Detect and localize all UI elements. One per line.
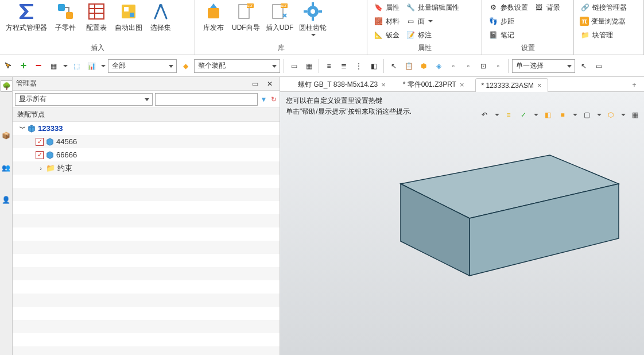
subpart-icon — [55, 1, 76, 22]
selection-set-button[interactable]: 选择集 — [146, 1, 176, 33]
tree-constraints[interactable]: › 📁 约束 — [13, 161, 280, 175]
subpart-button[interactable]: 子零件 — [51, 1, 80, 33]
lib-publish-button[interactable]: 库发布 — [199, 1, 228, 33]
right-select[interactable]: 单一选择 — [512, 59, 575, 73]
tree-root[interactable]: ﹀ 123333 — [13, 122, 280, 135]
check-icon[interactable]: ✓ — [518, 109, 529, 121]
compass-icon — [150, 1, 171, 22]
doc-tab-active[interactable]: * 123333.Z3ASM× — [475, 78, 548, 92]
new-tab-button[interactable]: + — [628, 79, 641, 91]
funnel-icon[interactable]: ▼ — [260, 93, 267, 106]
tb-btn[interactable]: ▭ — [288, 60, 300, 72]
tb-cursor[interactable]: ↖ — [387, 60, 400, 72]
strip-people-icon[interactable]: 👤 — [1, 194, 12, 206]
dotted-button[interactable]: ⬚ — [70, 60, 83, 72]
tb-btn[interactable]: ⬢ — [417, 60, 430, 72]
gear-button[interactable]: 圆柱齿轮 — [297, 1, 329, 36]
auto-drawing-button[interactable]: 自动出图 — [112, 1, 145, 33]
collapse-icon[interactable]: › — [38, 165, 44, 171]
link-manager[interactable]: 🔗链接管理器 — [580, 1, 627, 14]
strip-user-icon[interactable]: 👥 — [1, 162, 12, 173]
filter2-select[interactable]: 整个装配 — [194, 59, 280, 73]
block-manager[interactable]: 📁块管理 — [580, 29, 627, 41]
checkbox-icon[interactable]: ✓ — [36, 138, 44, 146]
box-shade-icon[interactable]: ◧ — [542, 109, 553, 121]
search-input[interactable] — [155, 93, 258, 106]
bars-button[interactable]: 📊 — [85, 60, 98, 72]
box-button[interactable]: ◆ — [179, 60, 192, 72]
var-browser[interactable]: π变量浏览器 — [580, 15, 627, 28]
grid-icon[interactable]: ▦ — [629, 109, 641, 121]
close-icon[interactable]: ✕ — [263, 78, 276, 90]
value: 单一选择 — [516, 61, 544, 71]
tb-btn[interactable]: ▦ — [302, 60, 315, 72]
doc-tab[interactable]: * 零件001.Z3PRT× — [397, 78, 471, 91]
prop-sheetmetal[interactable]: 📐钣金 — [373, 29, 399, 41]
set-notes[interactable]: 📓笔记 — [488, 29, 528, 41]
minimize-icon[interactable]: ▭ — [249, 78, 261, 90]
strip-cube-icon[interactable]: 📦 — [1, 130, 12, 141]
hex-icon[interactable]: ⬡ — [605, 109, 616, 121]
checkbox-icon[interactable]: ✓ — [36, 151, 44, 159]
chevron-down-icon — [101, 65, 106, 67]
set-bg[interactable]: 🖼背景 — [534, 1, 560, 14]
tb-btn[interactable]: ◧ — [367, 60, 380, 72]
box-solid-icon[interactable]: ■ — [557, 109, 568, 121]
params-icon: ⚙ — [488, 2, 498, 13]
3d-canvas[interactable]: 您可以在自定义设置里设置热键 单击"帮助/显示提示"按钮来取消这些提示. ↶ ≡… — [280, 92, 644, 355]
prop-annotation[interactable]: 📝标注 — [405, 29, 459, 41]
grid-button[interactable]: ▦ — [47, 60, 60, 72]
prop-material[interactable]: 🧱材料 — [373, 15, 399, 28]
chevron-down-icon — [621, 114, 626, 116]
prop-attrs[interactable]: 🔖属性 — [373, 1, 399, 14]
chevron-down-icon — [495, 114, 499, 116]
insert-udf-icon: UDF — [269, 1, 290, 22]
tb-btn[interactable]: ▭ — [592, 60, 605, 72]
label: 批量编辑属性 — [418, 3, 459, 13]
insert-udf-button[interactable]: UDF 插入UDF — [263, 1, 296, 33]
assembly-icon — [28, 125, 36, 133]
add-button[interactable]: + — [17, 60, 30, 72]
set-step[interactable]: 👣步距 — [488, 15, 528, 28]
cursor-button[interactable] — [2, 60, 15, 72]
expand-icon[interactable]: ﹀ — [20, 126, 25, 132]
prop-face[interactable]: ▭面 — [405, 15, 459, 28]
tb-btn[interactable]: 📋 — [402, 60, 415, 72]
label: 123333 — [38, 124, 63, 133]
undo-icon[interactable]: ↶ — [479, 109, 490, 121]
udf-wizard-button[interactable]: UDF UDF向导 — [230, 1, 262, 33]
wireframe-icon[interactable]: ▢ — [581, 109, 592, 121]
tb-btn[interactable]: ▫ — [447, 60, 460, 72]
document-tabs: 螺钉 GB_T 838-M5x14.Z3× * 零件001.Z3PRT× * 1… — [280, 77, 644, 92]
tree-child[interactable]: ✓ 66666 — [13, 148, 280, 161]
tb-btn[interactable]: ⊡ — [477, 60, 490, 72]
separator — [284, 59, 284, 73]
config-table-button[interactable]: 配置表 — [82, 1, 111, 33]
label: 选择集 — [150, 23, 171, 33]
tb-btn[interactable]: ⋮ — [352, 60, 365, 72]
doc-tab[interactable]: 螺钉 GB_T 838-M5x14.Z3× — [292, 78, 392, 91]
part-icon — [46, 138, 54, 146]
strip-tree-icon[interactable]: 🌳 — [1, 80, 12, 92]
display-filter-select[interactable]: 显示所有 — [15, 93, 153, 106]
table-icon — [86, 1, 107, 22]
tb-btn[interactable]: ≡ — [323, 60, 335, 72]
prop-batch-edit[interactable]: 🔧批量编辑属性 — [405, 1, 459, 14]
refresh-icon[interactable]: ↻ — [270, 93, 277, 106]
tb-btn[interactable]: ▫ — [492, 60, 505, 72]
remove-button[interactable]: − — [32, 60, 45, 72]
close-icon[interactable]: × — [381, 80, 386, 89]
tb-btn[interactable]: ↖ — [577, 60, 590, 72]
tb-btn[interactable]: ◈ — [432, 60, 445, 72]
filter1-select[interactable]: 全部 — [108, 59, 177, 73]
close-icon[interactable]: × — [537, 81, 542, 90]
close-icon[interactable]: × — [460, 80, 464, 89]
tree-child[interactable]: ✓ 44566 — [13, 135, 280, 148]
svg-rect-19 — [319, 10, 322, 13]
tb-btn[interactable]: ≣ — [337, 60, 350, 72]
layers-icon[interactable]: ≡ — [503, 109, 514, 121]
label: 面 — [418, 17, 425, 26]
set-params[interactable]: ⚙参数设置 — [488, 1, 528, 14]
tb-btn[interactable]: ▫ — [462, 60, 475, 72]
eq-manager-button[interactable]: 方程式管理器 — [3, 1, 49, 33]
